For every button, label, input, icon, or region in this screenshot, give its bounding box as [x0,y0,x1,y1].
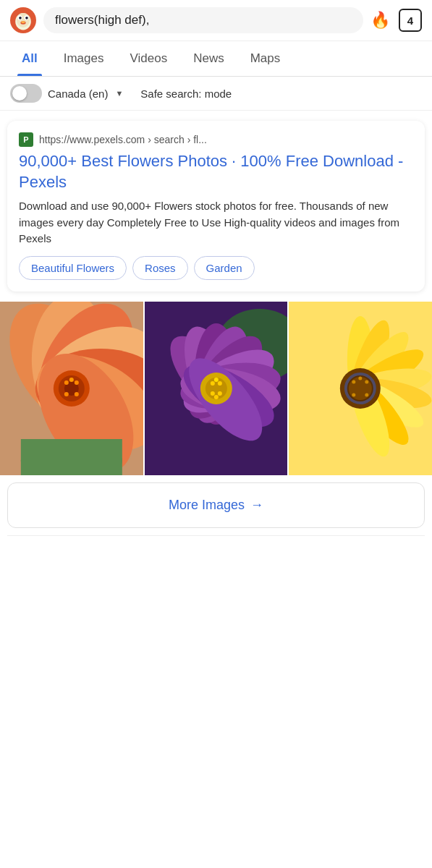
tab-videos[interactable]: Videos [117,41,180,76]
svg-point-65 [365,393,369,396]
svg-point-61 [352,380,356,383]
region-toggle[interactable] [10,84,42,103]
search-bar[interactable]: flowers(high def), [43,7,363,33]
site-info: P https://www.pexels.com › search › fl..… [19,132,413,147]
svg-point-62 [365,380,369,383]
svg-point-5 [19,17,22,20]
svg-point-22 [69,378,74,382]
site-favicon: P [19,132,33,147]
image-cell-orange[interactable] [0,302,143,475]
region-label[interactable]: Canada (en) [48,88,108,100]
svg-point-2 [17,13,30,27]
result-card: P https://www.pexels.com › search › fl..… [7,121,425,292]
svg-point-20 [64,380,69,385]
svg-point-43 [214,378,219,382]
top-bar: flowers(high def), 🔥 4 [0,0,432,41]
image-cell-purple[interactable] [145,302,288,475]
top-icons: 🔥 4 [370,9,422,32]
region-dropdown-icon[interactable]: ▼ [115,89,123,98]
svg-point-21 [75,380,79,385]
safe-search-label[interactable]: Safe search: mode [140,88,232,100]
toggle-knob [12,86,27,101]
result-title[interactable]: 90,000+ Best Flowers Photos · 100% Free … [19,151,413,192]
svg-point-59 [349,377,372,400]
tab-all[interactable]: All [9,41,51,76]
search-query-text: flowers(high def), [55,13,149,27]
result-snippet: Download and use 90,000+ Flowers stock p… [19,198,413,247]
filter-bar: Canada (en) ▼ Safe search: mode [0,77,432,111]
tabs-badge[interactable]: 4 [399,9,422,32]
image-grid [0,302,432,475]
svg-point-8 [21,21,25,23]
svg-point-42 [218,381,222,386]
bottom-divider [7,535,425,536]
result-tags: Beautiful Flowers Roses Garden [19,256,413,280]
svg-point-63 [359,376,363,380]
more-images-bar[interactable]: More Images → [7,482,425,528]
svg-point-24 [75,392,79,396]
tabs-count: 4 [407,14,413,27]
site-url: https://www.pexels.com › search › fl... [39,134,207,145]
svg-point-6 [25,17,28,20]
svg-point-44 [211,391,215,396]
image-cell-yellow[interactable] [289,302,432,475]
more-images-arrow-icon: → [250,498,263,513]
fire-icon[interactable]: 🔥 [370,11,390,30]
tag-roses[interactable]: Roses [132,256,188,280]
svg-point-45 [218,391,222,396]
tab-images[interactable]: Images [51,41,117,76]
svg-point-41 [211,381,215,386]
tab-news[interactable]: News [180,41,237,76]
tag-beautiful-flowers[interactable]: Beautiful Flowers [19,256,127,280]
svg-point-64 [352,393,356,396]
tag-garden[interactable]: Garden [194,256,255,280]
svg-point-23 [64,392,69,396]
tab-maps[interactable]: Maps [237,41,294,76]
more-images-label: More Images [169,498,245,513]
nav-tabs: All Images Videos News Maps [0,41,432,77]
svg-point-46 [214,395,219,399]
svg-rect-26 [21,439,122,475]
duckduckgo-logo[interactable] [10,7,36,33]
